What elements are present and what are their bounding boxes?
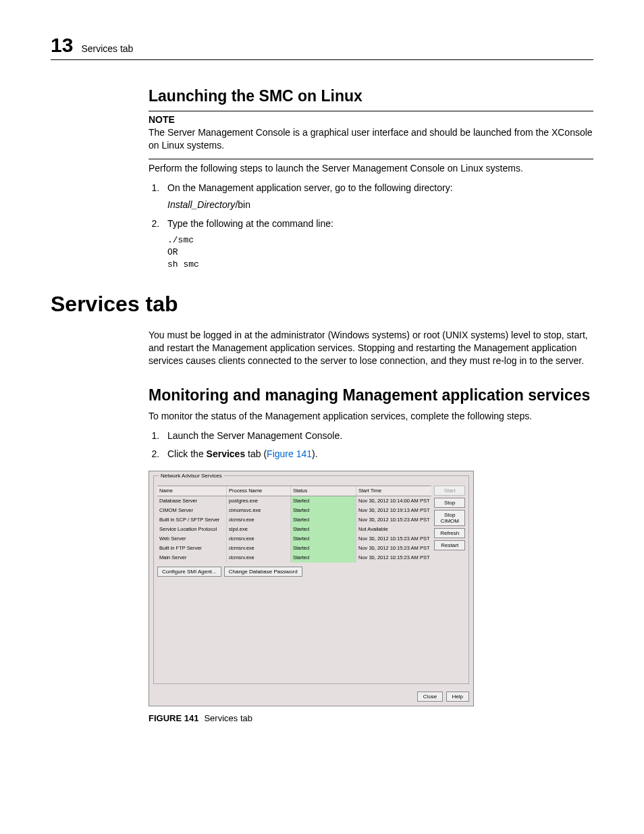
cell-process: cimomsvc.exe xyxy=(227,506,291,515)
step-text-a: Click the xyxy=(167,448,207,459)
cell-starttime: Nov 30, 2012 10:15:23 AM PST xyxy=(356,515,431,525)
rule xyxy=(149,159,593,159)
cell-name: Database Server xyxy=(157,496,227,506)
cell-process: slpd.exe xyxy=(227,525,291,534)
heading-services-tab: Services tab xyxy=(51,292,593,317)
change-db-password-button[interactable]: Change Database Password xyxy=(224,567,302,577)
intro-text: Perform the following steps to launch th… xyxy=(149,162,593,175)
rule xyxy=(149,111,593,111)
table-row[interactable]: Main Serverdcmsrv.exeStartedNov 30, 2012… xyxy=(157,553,431,563)
table-row[interactable]: Service Location Protocolslpd.exeStarted… xyxy=(157,525,431,534)
note-text: The Server Management Console is a graph… xyxy=(149,126,593,152)
cell-starttime: Not Available xyxy=(356,525,431,534)
cell-process: postgres.exe xyxy=(227,496,291,506)
cell-status: Started xyxy=(291,496,356,506)
table-row[interactable]: Web Serverdcmsrv.exeStartedNov 30, 2012 … xyxy=(157,534,431,544)
col-starttime: Start Time xyxy=(356,486,431,496)
services-groupbox: Network Advisor Services Name Process Na… xyxy=(153,475,469,684)
step-item: Type the following at the command line: … xyxy=(162,217,593,270)
cell-name: Main Server xyxy=(157,553,227,563)
step-item: On the Management application server, go… xyxy=(162,182,593,212)
chapter-number: 13 xyxy=(51,34,73,57)
cell-process: dcmsrv.exe xyxy=(227,553,291,563)
path-italic: Install_Directory xyxy=(167,199,235,210)
figure-141: Network Advisor Services Name Process Na… xyxy=(149,471,593,723)
figure-link[interactable]: Figure 141 xyxy=(267,448,312,459)
step-item: Click the Services tab (Figure 141). xyxy=(162,448,593,461)
refresh-button[interactable]: Refresh xyxy=(434,528,465,538)
step-text-c: ). xyxy=(312,448,318,459)
code-block: ./smc OR sh smc xyxy=(167,234,593,270)
services-dialog: Network Advisor Services Name Process Na… xyxy=(149,471,474,706)
col-process: Process Name xyxy=(227,486,291,496)
cell-status: Started xyxy=(291,515,356,525)
cell-name: Service Location Protocol xyxy=(157,525,227,534)
cell-name: Web Server xyxy=(157,534,227,544)
figure-caption-label: FIGURE 141 xyxy=(149,713,198,723)
heading-launching-smc: Launching the SMC on Linux xyxy=(149,87,593,105)
step-text: Launch the Server Management Console. xyxy=(167,430,342,441)
cell-starttime: Nov 30, 2012 10:15:23 AM PST xyxy=(356,553,431,563)
cell-status: Started xyxy=(291,553,356,563)
cell-starttime: Nov 30, 2012 10:19:13 AM PST xyxy=(356,506,431,515)
path-rest: /bin xyxy=(235,199,250,210)
table-row[interactable]: CIMOM Servercimomsvc.exeStartedNov 30, 2… xyxy=(157,506,431,515)
step-item: Launch the Server Management Console. xyxy=(162,429,593,443)
cell-name: Built in FTP Server xyxy=(157,544,227,553)
intro-text: To monitor the status of the Management … xyxy=(149,410,593,423)
services-table-header: Name Process Name Status Start Time xyxy=(157,486,431,496)
cell-status: Started xyxy=(291,544,356,553)
restart-button[interactable]: Restart xyxy=(434,540,465,550)
figure-caption-text: Services tab xyxy=(204,713,252,723)
cell-process: dcmsrv.exe xyxy=(227,544,291,553)
figure-caption: FIGURE 141Services tab xyxy=(149,713,593,723)
cell-name: CIMOM Server xyxy=(157,506,227,515)
col-name: Name xyxy=(157,486,227,496)
cell-starttime: Nov 30, 2012 10:14:00 AM PST xyxy=(356,496,431,506)
step-text: On the Management application server, go… xyxy=(167,182,453,193)
close-button[interactable]: Close xyxy=(417,692,443,702)
help-button[interactable]: Help xyxy=(446,692,469,702)
groupbox-title: Network Advisor Services xyxy=(159,473,224,479)
col-status: Status xyxy=(291,486,356,496)
table-row[interactable]: Built in SCP / SFTP Serverdcmsrv.exeStar… xyxy=(157,515,431,525)
cell-starttime: Nov 30, 2012 10:15:23 AM PST xyxy=(356,534,431,544)
step-text: Type the following at the command line: xyxy=(167,218,333,229)
stop-button[interactable]: Stop xyxy=(434,498,465,508)
stop-cimom-button[interactable]: Stop CIMOM xyxy=(434,510,465,526)
cell-status: Started xyxy=(291,525,356,534)
cell-name: Built in SCP / SFTP Server xyxy=(157,515,227,525)
configure-smi-agent-button[interactable]: Configure SMI Agent... xyxy=(157,567,221,577)
cell-starttime: Nov 30, 2012 10:15:23 AM PST xyxy=(356,544,431,553)
cell-process: dcmsrv.exe xyxy=(227,515,291,525)
body-paragraph: You must be logged in at the administrat… xyxy=(149,329,593,367)
step-text-bold: Services xyxy=(207,448,246,459)
table-row[interactable]: Database Serverpostgres.exeStartedNov 30… xyxy=(157,496,431,506)
table-row[interactable]: Built in FTP Serverdcmsrv.exeStartedNov … xyxy=(157,544,431,553)
start-button[interactable]: Start xyxy=(434,486,465,496)
steps-list: On the Management application server, go… xyxy=(149,182,593,270)
heading-monitoring: Monitoring and managing Management appli… xyxy=(149,386,593,405)
cell-status: Started xyxy=(291,506,356,515)
running-header: 13 Services tab xyxy=(51,34,593,60)
note-label: NOTE xyxy=(149,114,593,125)
running-title: Services tab xyxy=(81,43,133,54)
step-text-b: tab ( xyxy=(245,448,267,459)
steps-list: Launch the Server Management Console. Cl… xyxy=(149,429,593,461)
cell-status: Started xyxy=(291,534,356,544)
cell-process: dcmsrv.exe xyxy=(227,534,291,544)
